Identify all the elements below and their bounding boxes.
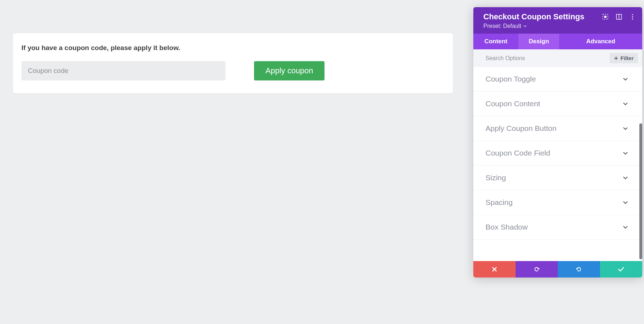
redo-icon — [576, 266, 582, 273]
more-icon[interactable] — [629, 14, 636, 20]
svg-rect-1 — [604, 16, 606, 18]
confirm-button[interactable] — [600, 261, 642, 278]
apply-coupon-button[interactable]: Apply coupon — [254, 61, 325, 80]
settings-accordion: Coupon Toggle Coupon Content Apply Coupo… — [473, 67, 642, 261]
section-apply-coupon-button[interactable]: Apply Coupon Button — [473, 116, 642, 141]
tab-design[interactable]: Design — [518, 34, 559, 49]
section-label: Box Shadow — [486, 223, 528, 231]
svg-point-4 — [632, 14, 633, 15]
svg-point-5 — [632, 16, 633, 17]
chevron-down-icon — [623, 176, 628, 180]
section-sizing[interactable]: Sizing — [473, 166, 642, 190]
chevron-down-icon — [523, 25, 527, 27]
filter-button[interactable]: Filter — [610, 53, 638, 63]
chevron-down-icon — [623, 127, 628, 130]
preset-label: Preset: Default — [483, 23, 521, 29]
chevron-down-icon — [623, 102, 628, 105]
section-coupon-toggle[interactable]: Coupon Toggle — [473, 67, 642, 92]
chevron-down-icon — [623, 201, 628, 204]
section-label: Coupon Code Field — [486, 149, 550, 157]
panel-footer — [473, 261, 642, 278]
chevron-down-icon — [623, 226, 628, 229]
chevron-down-icon — [623, 78, 628, 81]
tab-content[interactable]: Content — [473, 34, 518, 49]
coupon-card: If you have a coupon code, please apply … — [13, 33, 453, 93]
section-label: Spacing — [486, 198, 513, 207]
svg-point-6 — [632, 18, 633, 19]
section-coupon-code-field[interactable]: Coupon Code Field — [473, 141, 642, 166]
section-box-shadow[interactable]: Box Shadow — [473, 215, 642, 240]
coupon-row: Apply coupon — [21, 61, 444, 80]
panel-search-row: Filter — [473, 49, 642, 67]
check-icon — [618, 267, 624, 272]
settings-panel: Checkout Coupon Settings Preset: Default… — [473, 7, 642, 278]
section-coupon-content[interactable]: Coupon Content — [473, 92, 642, 116]
section-label: Sizing — [486, 173, 506, 182]
section-label: Coupon Toggle — [486, 75, 536, 83]
chevron-down-icon — [623, 152, 628, 155]
panel-header: Checkout Coupon Settings Preset: Default — [473, 7, 642, 34]
expand-icon[interactable] — [602, 14, 609, 20]
coupon-instruction: If you have a coupon code, please apply … — [21, 44, 444, 52]
section-label: Coupon Content — [486, 99, 540, 108]
tab-advanced[interactable]: Advanced — [559, 34, 642, 49]
scrollbar[interactable] — [639, 123, 642, 259]
search-options-input[interactable] — [486, 55, 605, 62]
plus-icon — [614, 56, 618, 60]
close-icon — [492, 266, 497, 272]
preset-selector[interactable]: Preset: Default — [483, 23, 632, 29]
section-spacing[interactable]: Spacing — [473, 190, 642, 215]
panel-tabs: Content Design Advanced — [473, 34, 642, 49]
section-label: Apply Coupon Button — [486, 124, 556, 133]
cancel-button[interactable] — [473, 261, 516, 278]
redo-button[interactable] — [558, 261, 600, 278]
layout-icon[interactable] — [616, 14, 622, 20]
filter-label: Filter — [620, 55, 634, 61]
coupon-code-input[interactable] — [21, 61, 225, 80]
undo-icon — [533, 266, 540, 273]
panel-header-icons — [602, 14, 636, 20]
undo-button[interactable] — [516, 261, 558, 278]
